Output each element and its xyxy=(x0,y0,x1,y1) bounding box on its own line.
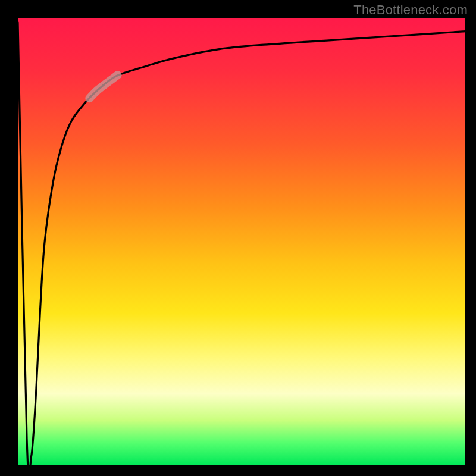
watermark-text: TheBottleneck.com xyxy=(353,2,468,18)
curve-highlight xyxy=(89,75,117,98)
chart-frame: TheBottleneck.com xyxy=(0,0,476,476)
curve-layer xyxy=(18,18,465,465)
bottleneck-curve-path xyxy=(18,23,465,476)
plot-area xyxy=(18,18,465,465)
